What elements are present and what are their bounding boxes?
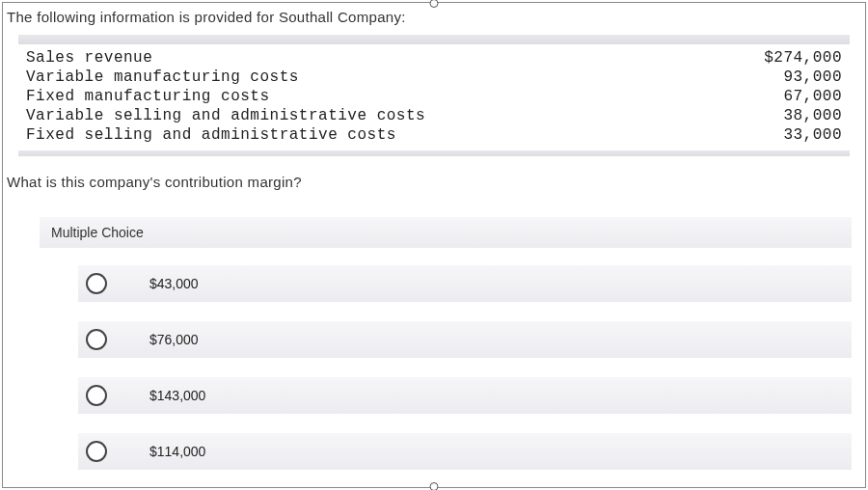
option-c[interactable]: $143,000	[78, 377, 852, 414]
radio-icon[interactable]	[86, 329, 107, 350]
radio-icon[interactable]	[86, 273, 107, 294]
selection-frame: The following information is provided fo…	[2, 2, 866, 488]
data-value: 33,000	[736, 125, 842, 145]
data-value: 67,000	[736, 87, 842, 106]
data-label: Fixed manufacturing costs	[26, 87, 270, 106]
data-row: Fixed manufacturing costs 67,000	[26, 87, 842, 106]
resize-handle-bottom[interactable]	[430, 482, 439, 490]
data-row: Variable selling and administrative cost…	[26, 106, 842, 125]
option-label: $76,000	[149, 332, 199, 347]
data-rows: Sales revenue $274,000 Variable manufact…	[18, 44, 850, 150]
option-b[interactable]: $76,000	[78, 321, 852, 358]
multiple-choice-title: Multiple Choice	[40, 217, 852, 248]
data-row: Variable manufacturing costs 93,000	[26, 68, 842, 87]
data-table: Sales revenue $274,000 Variable manufact…	[18, 35, 850, 156]
data-label: Variable selling and administrative cost…	[26, 106, 425, 125]
multiple-choice-block: Multiple Choice $43,000 $76,000 $143,000…	[40, 217, 865, 470]
data-label: Sales revenue	[26, 48, 152, 68]
data-label: Fixed selling and administrative costs	[26, 125, 396, 145]
option-label: $143,000	[149, 388, 205, 403]
data-header-bar	[18, 35, 850, 44]
option-d[interactable]: $114,000	[78, 433, 852, 470]
option-label: $114,000	[149, 444, 205, 459]
options-list: $43,000 $76,000 $143,000 $114,000	[40, 265, 865, 470]
question-text: What is this company's contribution marg…	[3, 156, 865, 190]
data-value: $274,000	[736, 48, 842, 68]
data-row: Sales revenue $274,000	[26, 48, 842, 68]
option-label: $43,000	[149, 276, 199, 291]
radio-icon[interactable]	[86, 385, 107, 406]
data-row: Fixed selling and administrative costs 3…	[26, 125, 842, 145]
data-value: 38,000	[736, 106, 842, 125]
question-content: The following information is provided fo…	[3, 3, 865, 470]
intro-text: The following information is provided fo…	[3, 9, 865, 35]
option-a[interactable]: $43,000	[78, 265, 852, 302]
radio-icon[interactable]	[86, 441, 107, 462]
data-value: 93,000	[736, 68, 842, 87]
data-label: Variable manufacturing costs	[26, 68, 299, 87]
